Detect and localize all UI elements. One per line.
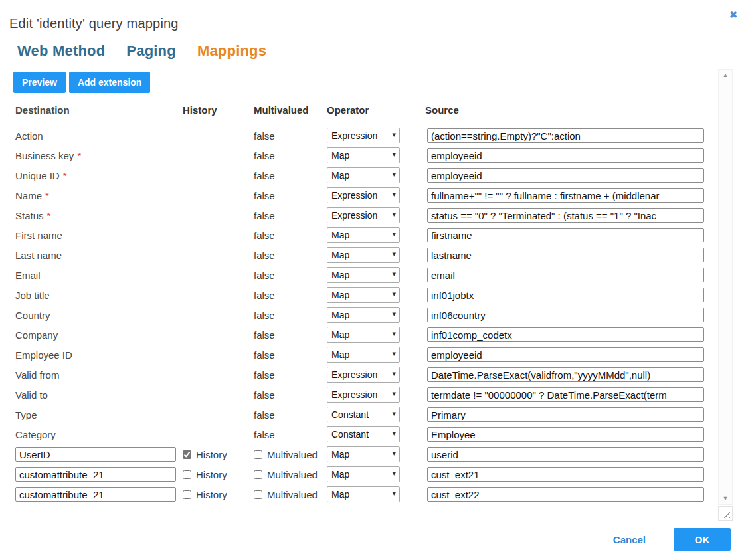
operator-select[interactable]: Expression bbox=[327, 387, 400, 403]
operator-select[interactable]: Map bbox=[327, 347, 400, 363]
source-input[interactable] bbox=[427, 487, 704, 502]
table-row: Email false Map ▾ bbox=[9, 265, 707, 285]
table-row: Company false Map ▾ bbox=[9, 325, 707, 345]
source-input[interactable] bbox=[427, 128, 704, 143]
source-input[interactable] bbox=[427, 228, 704, 242]
operator-select[interactable]: Map bbox=[327, 227, 400, 243]
source-input[interactable] bbox=[427, 327, 704, 342]
operator-select[interactable]: Expression bbox=[327, 207, 400, 223]
operator-select[interactable]: Constant bbox=[327, 407, 400, 422]
operator-select[interactable]: Map bbox=[327, 147, 400, 163]
source-input[interactable] bbox=[427, 447, 704, 462]
source-input[interactable] bbox=[427, 467, 704, 482]
scroll-up-icon[interactable]: ▲ bbox=[723, 72, 729, 78]
multivalued-value: false bbox=[254, 310, 275, 321]
multivalued-value: false bbox=[254, 369, 275, 381]
operator-select[interactable]: Map bbox=[327, 327, 400, 343]
multivalued-value: false bbox=[254, 210, 275, 221]
tab-bar: Web MethodPagingMappings bbox=[17, 43, 266, 60]
source-input[interactable] bbox=[427, 188, 704, 203]
destination-label: Last name bbox=[15, 250, 62, 261]
table-row: Last name false Map ▾ bbox=[9, 245, 707, 265]
source-input[interactable] bbox=[427, 168, 704, 183]
source-input[interactable] bbox=[427, 308, 704, 322]
operator-select[interactable]: Map bbox=[327, 466, 400, 482]
required-marker: * bbox=[63, 170, 67, 181]
source-input[interactable] bbox=[427, 248, 704, 262]
multivalued-value: false bbox=[254, 389, 275, 401]
page-title: Edit 'identity' query mapping bbox=[9, 16, 179, 31]
header-destination: Destination bbox=[9, 104, 183, 116]
destination-label: Country bbox=[15, 310, 50, 321]
resize-grip[interactable] bbox=[718, 506, 733, 521]
operator-select[interactable]: Map bbox=[327, 267, 400, 283]
operator-select[interactable]: Map bbox=[327, 247, 400, 263]
destination-label: Employee ID bbox=[15, 349, 72, 361]
multivalued-value: false bbox=[254, 429, 275, 440]
multivalued-value: false bbox=[254, 290, 275, 301]
table-row: Valid from false Expression ▾ bbox=[9, 365, 707, 385]
destination-input[interactable] bbox=[15, 467, 176, 482]
source-input[interactable] bbox=[427, 407, 704, 422]
source-input[interactable] bbox=[427, 148, 704, 163]
required-marker: * bbox=[45, 190, 49, 201]
table-row: Status* false Expression ▾ bbox=[9, 205, 707, 225]
scroll-down-icon[interactable]: ▼ bbox=[723, 496, 729, 502]
destination-input[interactable] bbox=[15, 487, 176, 502]
ok-button[interactable]: OK bbox=[674, 528, 731, 551]
destination-label: Unique ID bbox=[15, 170, 60, 181]
operator-select[interactable]: Map bbox=[327, 167, 400, 183]
destination-label: Category bbox=[15, 429, 56, 440]
header-multivalued: Multivalued bbox=[254, 104, 327, 116]
history-label: History bbox=[196, 449, 227, 460]
multivalued-value: false bbox=[254, 250, 275, 261]
history-label: History bbox=[196, 469, 227, 480]
operator-select[interactable]: Constant bbox=[327, 426, 400, 442]
table-row: Action false Expression ▾ bbox=[9, 126, 707, 145]
history-checkbox[interactable] bbox=[183, 470, 191, 479]
required-marker: * bbox=[77, 150, 81, 161]
multivalued-label: Multivalued bbox=[267, 469, 318, 480]
table-row: Unique ID* false Map ▾ bbox=[9, 165, 707, 185]
multivalued-value: false bbox=[254, 170, 275, 181]
operator-select[interactable]: Map bbox=[327, 486, 400, 502]
multivalued-checkbox[interactable] bbox=[254, 470, 262, 479]
tab-mappings[interactable]: Mappings bbox=[197, 43, 266, 60]
destination-label: Business key bbox=[15, 150, 74, 161]
history-checkbox[interactable] bbox=[183, 450, 191, 459]
operator-select[interactable]: Map bbox=[327, 307, 400, 323]
table-row: Category false Constant ▾ bbox=[9, 424, 707, 444]
history-label: History bbox=[196, 489, 227, 500]
source-input[interactable] bbox=[427, 208, 704, 223]
multivalued-value: false bbox=[254, 329, 275, 341]
operator-select[interactable]: Map bbox=[327, 287, 400, 303]
source-input[interactable] bbox=[427, 268, 704, 282]
multivalued-value: false bbox=[254, 190, 275, 201]
tab-web-method[interactable]: Web Method bbox=[17, 43, 105, 60]
multivalued-label: Multivalued bbox=[267, 449, 318, 460]
multivalued-value: false bbox=[254, 409, 275, 420]
source-input[interactable] bbox=[427, 427, 704, 442]
operator-select[interactable]: Expression bbox=[327, 128, 400, 143]
destination-label: Company bbox=[15, 329, 58, 341]
close-icon[interactable]: ✖ bbox=[727, 9, 739, 21]
add-extension-button[interactable]: Add extension bbox=[69, 72, 150, 93]
multivalued-checkbox[interactable] bbox=[254, 450, 262, 459]
operator-select[interactable]: Map bbox=[327, 446, 400, 462]
source-input[interactable] bbox=[427, 288, 704, 302]
vertical-scrollbar[interactable]: ▲ ▼ bbox=[718, 69, 733, 505]
operator-select[interactable]: Expression bbox=[327, 187, 400, 203]
table-row: First name false Map ▾ bbox=[9, 225, 707, 245]
source-input[interactable] bbox=[427, 387, 704, 402]
source-input[interactable] bbox=[427, 367, 704, 382]
history-checkbox[interactable] bbox=[183, 490, 191, 499]
multivalued-checkbox[interactable] bbox=[254, 490, 262, 499]
source-input[interactable] bbox=[427, 347, 704, 362]
operator-select[interactable]: Expression bbox=[327, 367, 400, 383]
table-row: History Multivalued Map ▾ bbox=[9, 444, 707, 464]
preview-button[interactable]: Preview bbox=[13, 72, 66, 93]
tab-paging[interactable]: Paging bbox=[126, 43, 176, 60]
mapping-table: Destination History Multivalued Operator… bbox=[9, 100, 707, 504]
destination-input[interactable] bbox=[15, 447, 176, 462]
cancel-button[interactable]: Cancel bbox=[613, 534, 646, 545]
